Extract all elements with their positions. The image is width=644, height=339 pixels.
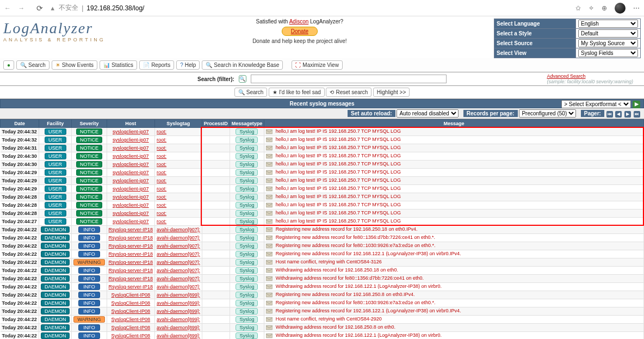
table-row[interactable]: Today 20:44:22DAEMONINFORsyslog-server-I… [1, 242, 644, 250]
select-style[interactable]: Default [578, 29, 638, 38]
show-events-button[interactable]: ☀Show Events [52, 60, 97, 70]
fav-icon[interactable]: ✧ [589, 4, 594, 12]
home-button[interactable]: ● [3, 60, 14, 70]
table-row[interactable]: Today 20:44:22DAEMONWARNINGRsyslog-serve… [1, 258, 644, 267]
url-input[interactable] [86, 4, 304, 12]
message-icon[interactable] [266, 251, 273, 257]
table-row[interactable]: Today 20:44:29USERNOTICEsyslogclient-ip0… [1, 177, 644, 185]
message-icon[interactable] [266, 153, 273, 159]
table-row[interactable]: Today 20:44:31USERNOTICEsyslogclient-ip0… [1, 144, 644, 152]
pager-first-icon[interactable]: ⏮ [606, 111, 613, 118]
message-icon[interactable] [266, 300, 273, 306]
message-icon[interactable] [266, 194, 273, 200]
message-icon[interactable] [266, 137, 273, 143]
donate-button[interactable]: Donate [282, 27, 318, 36]
search-button[interactable]: 🔍Search [16, 60, 49, 70]
kb-button[interactable]: 🔍Search in Knowledge Base [202, 60, 283, 70]
statistics-button[interactable]: 📊Statistics [100, 60, 137, 70]
table-row[interactable]: Today 20:44:22DAEMONINFORsyslog-server-I… [1, 226, 644, 234]
reports-button[interactable]: 📄Reports [139, 60, 174, 70]
table-row[interactable]: Today 20:44:22DAEMONINFOSyslogClient-IP0… [1, 324, 644, 332]
message-icon[interactable] [266, 235, 273, 241]
message-icon[interactable] [266, 243, 273, 249]
search-small-icon[interactable]: 🔍 [239, 75, 246, 83]
reload-icon[interactable]: ⟳ [36, 4, 43, 13]
message-icon[interactable] [266, 177, 273, 184]
message-icon[interactable] [266, 275, 273, 282]
col-facility[interactable]: Facility [39, 120, 72, 128]
table-row[interactable]: Today 20:44:22DAEMONINFOSyslogClient-IP0… [1, 291, 644, 299]
table-row[interactable]: Today 20:44:32USERNOTICEsyslogclient-ip0… [1, 128, 644, 136]
message-icon[interactable] [266, 210, 273, 217]
brand-link[interactable]: Adiscon [289, 19, 309, 24]
back-icon[interactable]: ← [4, 4, 11, 12]
table-row[interactable]: Today 20:44:22DAEMONINFOSyslogClient-IP0… [1, 307, 644, 316]
table-row[interactable]: Today 20:44:22DAEMONINFORsyslog-server-I… [1, 275, 644, 283]
message-icon[interactable] [266, 283, 273, 290]
message-icon[interactable] [266, 316, 273, 323]
message-icon[interactable] [266, 267, 273, 274]
table-row[interactable]: Today 20:44:29USERNOTICEsyslogclient-ip0… [1, 185, 644, 193]
select-view[interactable]: Syslog Fields [578, 49, 638, 57]
table-row[interactable]: Today 20:44:22DAEMONINFORsyslog-server-I… [1, 267, 644, 275]
col-date[interactable]: Date [1, 120, 39, 128]
avatar[interactable] [615, 3, 626, 14]
message-icon[interactable] [266, 161, 273, 168]
message-icon[interactable] [266, 332, 273, 339]
search-input[interactable] [251, 75, 447, 83]
message-icon[interactable] [266, 128, 273, 135]
message-icon[interactable] [266, 308, 273, 315]
pager-last-icon[interactable]: ⏭ [634, 111, 640, 118]
table-row[interactable]: Today 20:44:32USERNOTICEsyslogclient-ip0… [1, 136, 644, 144]
table-row[interactable]: Today 20:44:29USERNOTICEsyslogclient-ip0… [1, 169, 644, 177]
message-icon[interactable] [266, 226, 273, 233]
col-host[interactable]: Host [107, 120, 155, 128]
maximize-button[interactable]: ⛶Maximize View [292, 60, 343, 70]
feelsad-button[interactable]: ★ I'd like to feel sad [269, 88, 325, 97]
col-message[interactable]: Message [264, 120, 644, 128]
export-select[interactable]: > Select Exportformat < [561, 100, 631, 108]
advanced-search-link[interactable]: Advanced Search [547, 73, 585, 79]
table-row[interactable]: Today 20:44:28USERNOTICEsyslogclient-ip0… [1, 201, 644, 209]
collections-icon[interactable]: ⊕ [602, 4, 607, 12]
highlight-button[interactable]: Highlight >> [373, 88, 410, 97]
star-icon[interactable]: ✩ [575, 4, 581, 12]
do-search-button[interactable]: 🔍 Search [234, 88, 268, 97]
table-row[interactable]: Today 20:44:22DAEMONINFORsyslog-server-I… [1, 283, 644, 291]
message-icon[interactable] [266, 259, 273, 266]
message-icon[interactable] [266, 202, 273, 208]
col-messagetype[interactable]: Messagetype [230, 120, 264, 128]
records-select[interactable]: Preconfigured (50) [519, 109, 576, 118]
reset-search-button[interactable]: ⟲ Reset search [326, 88, 371, 97]
table-row[interactable]: Today 20:44:22DAEMONINFOSyslogClient-IP0… [1, 299, 644, 307]
pager-next-icon[interactable]: ▶ [624, 111, 631, 118]
table-row[interactable]: Today 20:44:22DAEMONWARNINGSyslogClient-… [1, 316, 644, 324]
message-icon[interactable] [266, 292, 273, 298]
message-icon[interactable] [266, 145, 273, 151]
table-row[interactable]: Today 20:44:28USERNOTICEsyslogclient-ip0… [1, 193, 644, 201]
message-icon[interactable] [266, 186, 273, 192]
message-icon[interactable] [266, 218, 273, 225]
table-row[interactable]: Today 20:44:22DAEMONINFOSyslogClient-IP0… [1, 332, 644, 340]
table-row[interactable]: Today 20:44:22DAEMONINFORsyslog-server-I… [1, 234, 644, 242]
cell-messagetype: Syslog [230, 169, 264, 177]
message-icon[interactable] [266, 324, 273, 331]
autoreload-select[interactable]: Auto reload disabled [397, 109, 459, 118]
table-row[interactable]: Today 20:44:28USERNOTICEsyslogclient-ip0… [1, 209, 644, 218]
table-row[interactable]: Today 20:44:22DAEMONINFORsyslog-server-I… [1, 250, 644, 258]
table-row[interactable]: Today 20:44:30USERNOTICEsyslogclient-ip0… [1, 152, 644, 161]
more-icon[interactable]: ⋯ [633, 4, 640, 12]
select-language[interactable]: English [578, 20, 638, 28]
message-icon[interactable] [266, 169, 273, 176]
export-go-button[interactable]: ▶ [633, 101, 640, 108]
table-row[interactable]: Today 20:44:27USERNOTICEsyslogclient-ip0… [1, 218, 644, 226]
pager-prev-icon[interactable]: ◀ [615, 111, 622, 118]
forward-icon[interactable]: → [18, 4, 24, 12]
col-syslogtag[interactable]: Syslogtag [155, 120, 202, 128]
help-button[interactable]: ?Help [176, 60, 200, 70]
col-severity[interactable]: Severity [72, 120, 107, 128]
select-source[interactable]: My Syslog Source [578, 39, 638, 47]
address-bar[interactable]: ▲ 不安全 | [49, 3, 569, 13]
table-row[interactable]: Today 20:44:30USERNOTICEsyslogclient-ip0… [1, 161, 644, 169]
col-processid[interactable]: ProcessID [202, 120, 230, 128]
